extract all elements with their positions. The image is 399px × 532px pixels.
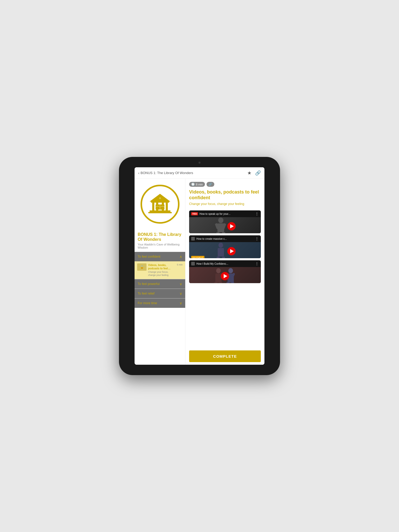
- content-item-title: Videos, books, podcasts to feel confiden…: [148, 263, 175, 270]
- play-button-1[interactable]: [227, 222, 236, 230]
- link-tag-icon: 🔗: [209, 183, 212, 186]
- lock-icon: 🔒: [140, 265, 144, 269]
- channel-badge: GO FOR IT: [191, 256, 204, 258]
- play-button-3[interactable]: [221, 272, 229, 280]
- accordion-item-relief: To feel relief ∨: [135, 289, 185, 298]
- link-icon[interactable]: 🔗: [255, 170, 261, 176]
- nav-title: BONUS 1: The Library Of Wonders: [141, 171, 193, 175]
- video-overlay-3: How I Build My Confidenc... ⋮: [189, 260, 261, 283]
- svg-rect-23: [215, 274, 222, 283]
- accordion-arrow-confident: ∧: [179, 255, 182, 259]
- accordion-label-relief: To feel relief: [138, 292, 155, 295]
- accordion-arrow-relief: ∨: [179, 291, 182, 296]
- content-text: Videos, books, podcasts to feel confiden…: [148, 263, 175, 277]
- accordion-item-confident: To feel confident ∧ 🔒 Videos, books, pod…: [135, 252, 185, 279]
- nav-bar: ‹ BONUS 1: The Library Of Wonders ★ 🔗: [135, 167, 264, 179]
- duration-label: 8 min: [196, 183, 203, 186]
- video-menu-icon-1[interactable]: ⋮: [255, 212, 259, 216]
- right-subtitle: Change your focus, change your feeling: [189, 202, 261, 206]
- svg-rect-19: [218, 248, 224, 256]
- svg-rect-9: [160, 204, 160, 210]
- library-icon-circle: [141, 185, 179, 224]
- library-building-svg: [147, 192, 173, 216]
- accordion-header-time[interactable]: For more time ∨: [135, 298, 185, 308]
- tablet-screen: ‹ BONUS 1: The Library Of Wonders ★ 🔗: [135, 167, 264, 365]
- accordion-item-powerful: To feel powerful ∨: [135, 279, 185, 289]
- hero-image: [135, 179, 185, 229]
- ted-logo: TED: [191, 212, 198, 215]
- svg-rect-20: [217, 257, 220, 258]
- play-button-2[interactable]: [227, 247, 236, 255]
- video-card-3[interactable]: How I Build My Confidenc... ⋮: [189, 260, 261, 283]
- video-top-bar-1: TED How to speak up for your... ⋮: [189, 210, 261, 217]
- speaker-silhouette: [214, 217, 227, 233]
- svg-point-18: [218, 243, 223, 248]
- content-item-subtitle: Change your focus, change your feeling: [148, 271, 175, 277]
- duration-tag: 🕐 8 min: [189, 182, 205, 187]
- video-title-3: How I Build My Confidenc...: [196, 262, 255, 265]
- video-overlay-1: TED How to speak up for your... ⋮: [189, 210, 261, 233]
- video-title-1: How to speak up for your...: [200, 212, 255, 215]
- accordion-header-powerful[interactable]: To feel powerful ∨: [135, 279, 185, 289]
- svg-rect-4: [152, 203, 154, 210]
- video-bg-1: [189, 217, 261, 233]
- left-panel: BONUS 1: The Library Of Wonders Your Ala…: [135, 179, 185, 365]
- accordion-content-item[interactable]: 🔒 Videos, books, podcasts to feel confid…: [137, 263, 183, 277]
- svg-rect-21: [222, 257, 225, 258]
- course-title-section: BONUS 1: The Library Of Wonders Your Ala…: [135, 229, 185, 252]
- video-card-1[interactable]: TED How to speak up for your... ⋮: [189, 210, 261, 233]
- right-header: 🕐 8 min 🔗 Videos, books, podcasts to fee…: [185, 179, 264, 210]
- right-panel: 🕐 8 min 🔗 Videos, books, podcasts to fee…: [185, 179, 264, 365]
- video-title-2: How to create massive c...: [196, 237, 255, 240]
- nav-actions: ★ 🔗: [247, 170, 261, 176]
- svg-rect-15: [222, 232, 225, 233]
- channel-icon-3: [191, 262, 195, 265]
- play-triangle-2: [230, 249, 234, 253]
- video-bg-3: [189, 267, 261, 283]
- svg-rect-29: [231, 282, 234, 283]
- presenter-silhouette: [214, 242, 227, 258]
- video-card-2[interactable]: How to create massive c... ⋮: [189, 235, 261, 258]
- svg-rect-3: [151, 202, 169, 203]
- back-arrow-icon: ‹: [138, 171, 139, 175]
- accordion-arrow-powerful: ∨: [179, 282, 182, 286]
- channel-icon-2: [191, 237, 195, 241]
- accordion-item-time: For more time ∨: [135, 298, 185, 308]
- course-subtitle: Your Aladdin's Cave of Wellbeing Wisdom: [138, 243, 182, 249]
- nav-back-button[interactable]: ‹ BONUS 1: The Library Of Wonders: [138, 171, 193, 175]
- svg-rect-14: [216, 232, 220, 233]
- svg-rect-25: [219, 282, 222, 283]
- star-icon[interactable]: ★: [247, 170, 251, 176]
- video-list: TED How to speak up for your... ⋮: [185, 210, 264, 348]
- video-top-bar-3: How I Build My Confidenc... ⋮: [189, 260, 261, 267]
- svg-rect-28: [227, 282, 229, 283]
- svg-rect-10: [150, 210, 170, 212]
- accordion-label-confident: To feel confident: [138, 255, 160, 258]
- svg-point-22: [216, 268, 221, 273]
- accordion-header-relief[interactable]: To feel relief ∨: [135, 289, 185, 298]
- video-top-bar-2: How to create massive c... ⋮: [189, 235, 261, 242]
- video-menu-icon-3[interactable]: ⋮: [255, 262, 259, 266]
- svg-point-12: [218, 217, 223, 223]
- svg-rect-11: [148, 212, 172, 213]
- svg-point-26: [228, 268, 233, 273]
- video-menu-icon-2[interactable]: ⋮: [255, 237, 259, 241]
- link-tag[interactable]: 🔗: [207, 182, 214, 187]
- svg-rect-7: [166, 203, 168, 210]
- accordion-label-powerful: To feel powerful: [138, 282, 159, 286]
- accordion-content-confident: 🔒 Videos, books, podcasts to feel confid…: [135, 261, 185, 279]
- play-triangle-1: [230, 224, 234, 228]
- video-bg-2: GO FOR IT: [189, 242, 261, 258]
- clock-icon: 🕐: [191, 183, 195, 186]
- svg-point-2: [159, 197, 161, 199]
- tablet-camera: [198, 162, 201, 164]
- content-time: 5 min: [177, 263, 183, 267]
- video-overlay-2: How to create massive c... ⋮: [189, 235, 261, 258]
- accordion: To feel confident ∧ 🔒 Videos, books, pod…: [135, 252, 185, 365]
- right-title: Videos, books, podcasts to feel confiden…: [189, 189, 261, 201]
- complete-button[interactable]: COMPLETE: [189, 350, 261, 362]
- accordion-header-confident[interactable]: To feel confident ∧: [135, 252, 185, 261]
- tablet-device: ‹ BONUS 1: The Library Of Wonders ★ 🔗: [119, 157, 280, 375]
- accordion-label-time: For more time: [138, 301, 157, 305]
- svg-rect-24: [214, 282, 217, 283]
